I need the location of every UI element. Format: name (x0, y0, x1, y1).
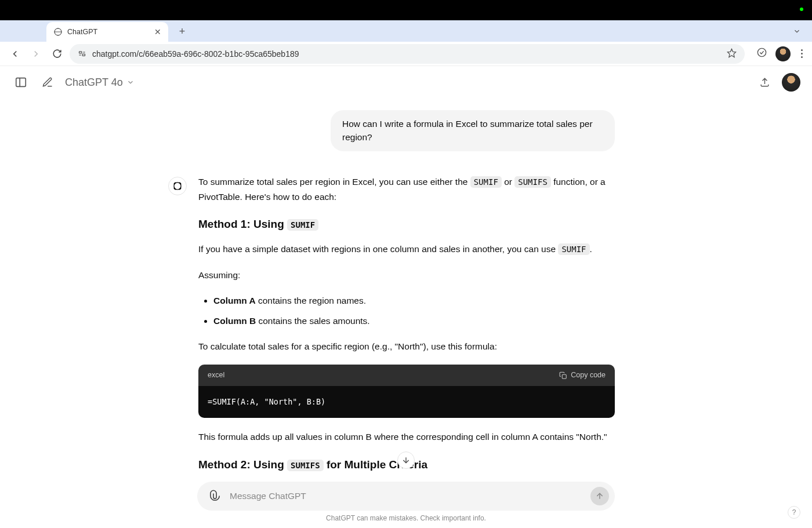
svg-point-6 (757, 48, 766, 56)
tabs-dropdown-button[interactable] (789, 24, 805, 38)
list-item: Column B contains the sales amounts. (213, 314, 615, 329)
profile-avatar-icon[interactable] (775, 46, 791, 61)
site-info-icon[interactable] (78, 49, 86, 58)
share-icon[interactable] (755, 73, 774, 92)
model-selector[interactable]: ChatGPT 4o (65, 77, 135, 89)
sidebar-toggle-icon[interactable] (12, 73, 30, 92)
scroll-down-button[interactable] (397, 451, 415, 469)
attach-button[interactable] (205, 487, 224, 505)
browser-menu-icon[interactable] (799, 47, 805, 60)
list-item: Column A contains the region names. (213, 293, 615, 308)
svg-rect-7 (16, 78, 26, 87)
macos-menu-bar (0, 0, 812, 20)
svg-rect-9 (562, 374, 566, 378)
svg-marker-5 (727, 49, 735, 57)
copy-icon (559, 372, 567, 380)
code-header: excel Copy code (198, 365, 615, 386)
chatgpt-favicon (53, 27, 63, 37)
bookmark-star-icon[interactable] (727, 48, 737, 60)
close-tab-icon[interactable]: ✕ (154, 27, 161, 37)
inline-code: SUMIFS (514, 176, 551, 188)
reload-button[interactable] (49, 46, 65, 62)
disclaimer-text: ChatGPT can make mistakes. Check importa… (0, 514, 812, 522)
back-button[interactable] (7, 46, 23, 62)
new-chat-icon[interactable] (38, 73, 57, 92)
send-button[interactable] (590, 487, 609, 505)
chevron-down-icon (126, 78, 135, 86)
conversation-area: How can I write a formula in Excel to su… (0, 99, 812, 471)
assistant-avatar-icon (168, 177, 187, 195)
bullet-list: Column A contains the region names. Colu… (213, 293, 615, 329)
copy-code-button[interactable]: Copy code (559, 369, 606, 381)
status-dot (800, 8, 803, 11)
tab-title: ChatGPT (67, 28, 150, 36)
code-content: =SUMIF(A:A, "North", B:B) (198, 386, 615, 418)
new-tab-button[interactable]: + (174, 23, 190, 39)
inline-code: SUMIF (558, 243, 589, 255)
user-avatar[interactable] (782, 73, 800, 92)
svg-rect-1 (79, 52, 82, 53)
svg-rect-2 (82, 54, 85, 56)
input-placeholder: Message ChatGPT (230, 491, 585, 501)
message-input[interactable]: Message ChatGPT (197, 482, 615, 511)
browser-toolbar: chatgpt.com/c/66eab59a-696c-8002-b1bc-95… (0, 42, 812, 66)
extension-icon[interactable] (756, 47, 767, 60)
assistant-message: To summarize total sales per region in E… (168, 174, 615, 472)
url-text: chatgpt.com/c/66eab59a-696c-8002-b1bc-95… (92, 49, 721, 59)
code-block: excel Copy code =SUMIF(A:A, "North", B:B… (198, 365, 615, 418)
section-heading: Method 1: Using SUMIF (198, 215, 615, 234)
user-message: How can I write a formula in Excel to su… (331, 110, 615, 151)
browser-tab-strip: ChatGPT ✕ + (0, 20, 812, 42)
model-name-label: ChatGPT 4o (65, 77, 123, 89)
inline-code: SUMIF (470, 176, 502, 188)
address-bar[interactable]: chatgpt.com/c/66eab59a-696c-8002-b1bc-95… (70, 44, 745, 64)
browser-tab[interactable]: ChatGPT ✕ (46, 22, 168, 42)
assistant-content: To summarize total sales per region in E… (198, 174, 615, 472)
forward-button[interactable] (28, 46, 44, 62)
message-input-area: Message ChatGPT (197, 482, 615, 511)
help-button[interactable]: ? (788, 506, 800, 519)
app-header: ChatGPT 4o (0, 66, 812, 99)
code-lang-label: excel (208, 369, 224, 381)
